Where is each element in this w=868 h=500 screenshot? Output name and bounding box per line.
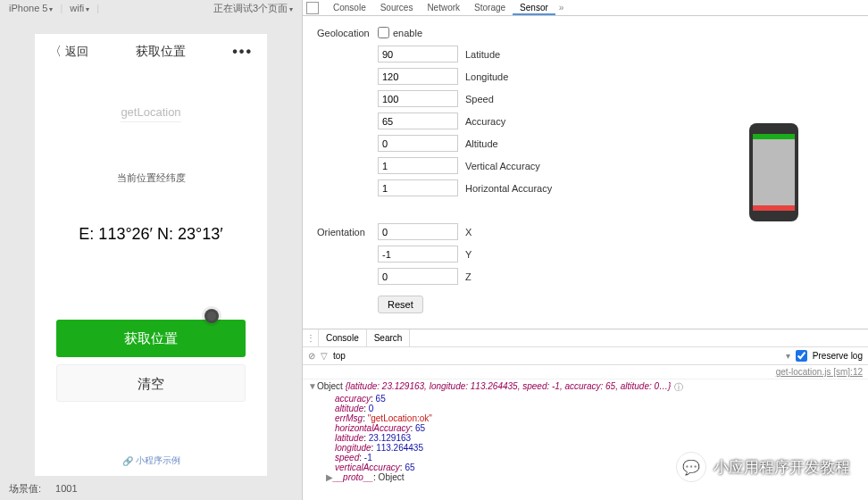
altitude-label: Altitude xyxy=(465,138,498,149)
orientation-label: Orientation xyxy=(317,227,378,238)
link-icon: 🔗 xyxy=(122,456,133,466)
phone-footer: 🔗小程序示例 xyxy=(35,454,267,467)
touch-cursor-icon xyxy=(204,309,219,323)
clear-console-icon[interactable]: ⊘ xyxy=(308,351,315,361)
chevron-left-icon: 〈 xyxy=(49,44,62,60)
scene-value: 场景值:1001 xyxy=(9,482,78,496)
enable-label: enable xyxy=(393,28,422,38)
latitude-label: Latitude xyxy=(465,49,500,60)
horizontal-accuracy-input[interactable] xyxy=(378,179,458,196)
current-position-label: 当前位置经纬度 xyxy=(53,171,249,185)
simulator-toolbar: iPhone 5▾ | wifi▾ | 正在调试3个页面▾ xyxy=(0,0,302,16)
altitude-input[interactable] xyxy=(378,135,458,152)
devtools-tabs: Console Sources Network Storage Sensor » xyxy=(303,0,868,16)
console-prop: altitude: 0 xyxy=(308,404,863,413)
context-selector[interactable]: top xyxy=(333,351,346,361)
devtools-panel: Console Sources Network Storage Sensor »… xyxy=(302,0,868,500)
expand-icon[interactable]: ▼ xyxy=(308,381,317,394)
network-selector[interactable]: wifi▾ xyxy=(70,3,89,13)
speed-input[interactable] xyxy=(378,90,458,107)
watermark: 💬 小应用程序开发教程 xyxy=(676,452,850,482)
page-title: 获取位置 xyxy=(136,44,186,60)
dropdown-icon: ▾ xyxy=(786,351,790,361)
console-prop: errMsg: "getLocation:ok" xyxy=(308,413,863,423)
orientation-y-input[interactable] xyxy=(378,246,458,262)
inspect-icon[interactable] xyxy=(306,2,319,14)
more-tabs-icon[interactable]: » xyxy=(559,3,564,12)
geolocation-label: Geolocation xyxy=(317,28,378,38)
enable-geolocation-checkbox[interactable] xyxy=(378,27,389,38)
source-link[interactable]: get-location.js [sm]:12 xyxy=(303,365,868,379)
device-selector[interactable]: iPhone 5▾ xyxy=(9,3,53,13)
preserve-log-label: Preserve log xyxy=(813,351,863,361)
wechat-icon: 💬 xyxy=(676,452,706,482)
example-link[interactable]: 🔗小程序示例 xyxy=(122,454,180,467)
tab-network[interactable]: Network xyxy=(420,0,467,15)
debug-pages-selector[interactable]: 正在调试3个页面▾ xyxy=(213,2,293,15)
console-prop: horizontalAccuracy: 65 xyxy=(308,423,863,433)
reset-button[interactable]: Reset xyxy=(378,296,423,313)
back-label: 返回 xyxy=(65,44,88,60)
drawer-tab-console[interactable]: Console xyxy=(319,329,367,346)
longitude-label: Longitude xyxy=(465,71,508,82)
longitude-input[interactable] xyxy=(378,68,458,85)
drawer-tab-search[interactable]: Search xyxy=(367,329,411,346)
api-name: getLocation xyxy=(121,105,180,122)
more-icon[interactable]: ••• xyxy=(232,44,253,60)
back-button[interactable]: 〈 返回 xyxy=(49,44,88,60)
drawer-menu-icon[interactable]: ⋮ xyxy=(303,329,319,346)
orientation-x-label: X xyxy=(465,227,472,238)
accuracy-input[interactable] xyxy=(378,112,458,129)
info-icon[interactable]: ⓘ xyxy=(674,381,683,394)
horizontal-accuracy-label: Horizontal Accuracy xyxy=(465,183,552,194)
orientation-z-input[interactable] xyxy=(378,268,458,285)
sensor-panel: Geolocation enable Latitude Longitude Sp… xyxy=(303,16,868,329)
tab-console[interactable]: Console xyxy=(326,0,373,15)
filter-icon[interactable]: ▽ xyxy=(321,351,328,361)
orientation-x-input[interactable] xyxy=(378,223,458,240)
vertical-accuracy-label: Vertical Accuracy xyxy=(465,161,540,171)
get-location-button[interactable]: 获取位置 xyxy=(56,320,246,357)
expand-proto-icon[interactable]: ▶ xyxy=(326,472,333,482)
orientation-z-label: Z xyxy=(465,271,472,282)
console-prop: accuracy: 65 xyxy=(308,394,863,404)
orientation-phone-preview[interactable] xyxy=(749,123,798,221)
coordinates-display: E: 113°26′ N: 23°13′ xyxy=(53,225,249,244)
phone-nav-bar: 〈 返回 获取位置 ••• xyxy=(35,34,267,70)
tab-sensor[interactable]: Sensor xyxy=(513,0,555,15)
accuracy-label: Accuracy xyxy=(465,116,505,127)
console-prop: latitude: 23.129163 xyxy=(308,433,863,443)
clear-button[interactable]: 清空 xyxy=(56,364,246,402)
tab-sources[interactable]: Sources xyxy=(373,0,421,15)
speed-label: Speed xyxy=(465,94,494,104)
vertical-accuracy-input[interactable] xyxy=(378,157,458,174)
preserve-log-checkbox[interactable] xyxy=(796,350,807,362)
phone-frame: 〈 返回 获取位置 ••• getLocation 当前位置经纬度 E: 113… xyxy=(35,34,267,476)
latitude-input[interactable] xyxy=(378,46,458,62)
orientation-y-label: Y xyxy=(465,249,472,260)
simulator-panel: iPhone 5▾ | wifi▾ | 正在调试3个页面▾ 〈 返回 获取位置 … xyxy=(0,0,302,500)
tab-storage[interactable]: Storage xyxy=(467,0,513,15)
